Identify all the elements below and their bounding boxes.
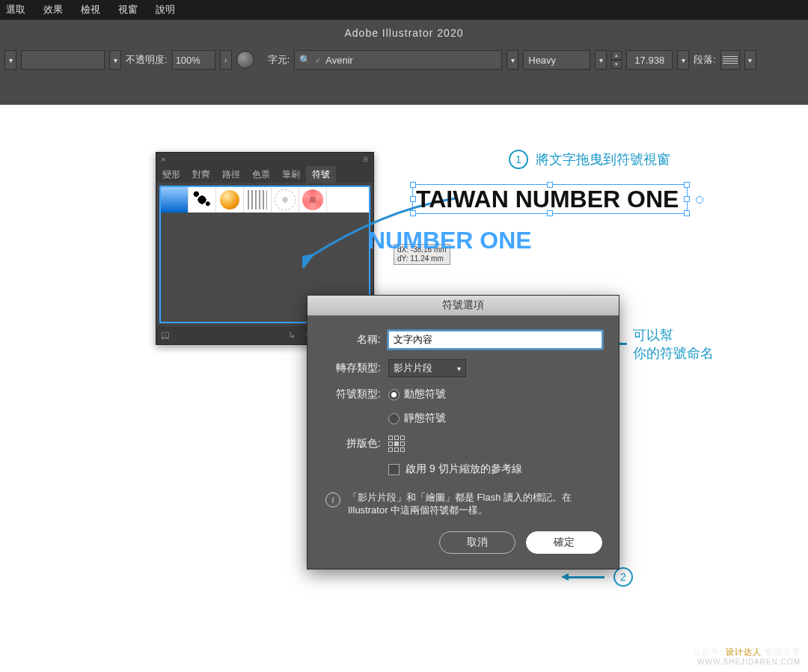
symbol-splat[interactable] (189, 187, 216, 213)
export-type-label: 轉存類型: (324, 361, 381, 375)
registration-point-picker[interactable] (388, 436, 405, 452)
font-size-field[interactable]: 17.938 (626, 50, 673, 70)
tab-brushes[interactable]: 筆刷 (276, 166, 306, 183)
selection-handle-nw[interactable] (410, 182, 416, 188)
font-weight-dropdown[interactable]: ▾ (595, 50, 607, 70)
name-label: 名稱: (324, 333, 381, 346)
selection-handle-sw[interactable] (410, 210, 416, 216)
annotation-naming: 可以幫 你的符號命名 (633, 326, 714, 362)
selection-handle-w[interactable] (410, 196, 416, 202)
symbols-row (161, 187, 369, 213)
paragraph-dropdown[interactable]: ▾ (744, 50, 756, 70)
radio-icon (388, 413, 400, 424)
selection-handle-se[interactable] (684, 210, 690, 216)
selection-handle-e[interactable] (684, 196, 690, 202)
menu-window[interactable]: 視窗 (118, 3, 138, 16)
selection-handle-ne[interactable] (684, 182, 690, 188)
symbol-flower[interactable] (299, 187, 327, 213)
watermark: 公众号: 设计达人 整理分享 WWW.SHEJIDAREN.COM (693, 647, 801, 668)
annotation-step2: 2 (613, 567, 633, 587)
panel-tabs: 變形 對齊 路徑 色票 筆刷 符號 (156, 166, 373, 183)
place-symbol-icon[interactable]: ↳ (288, 330, 296, 340)
arrow-line-2 (569, 576, 605, 578)
panel-close-icon[interactable]: × (161, 155, 165, 164)
align-justify-icon (721, 51, 739, 69)
control-bar: ▾ ▾ 不透明度: 100% › 字元: 🔍 ✓ Avenir ▾ Heavy … (0, 45, 808, 76)
menu-select[interactable]: 選取 (6, 3, 25, 16)
symbol-type-label: 符號類型: (324, 388, 381, 401)
step1-text: 將文字拖曳到符號視窗 (536, 150, 670, 168)
export-type-select[interactable]: 影片片段▾ (388, 359, 466, 377)
menu-effect[interactable]: 效果 (43, 3, 63, 16)
fill-swatch[interactable] (21, 50, 105, 70)
control-bar-spacer (0, 75, 808, 106)
arrow-to-ok (561, 573, 569, 581)
symbol-orb[interactable] (216, 187, 244, 213)
opacity-label: 不透明度: (126, 53, 168, 67)
step2-number-icon: 2 (613, 567, 633, 587)
annotation-step1: 1 將文字拖曳到符號視窗 (509, 150, 670, 169)
tab-symbols[interactable]: 符號 (306, 166, 336, 183)
fill-dropdown[interactable]: ▾ (109, 50, 121, 70)
symbol-name-input[interactable] (388, 331, 602, 349)
dialog-title: 符號選項 (307, 296, 619, 316)
menu-bar: 選取 效果 檢視 視窗 說明 (0, 0, 808, 19)
symbol-star[interactable] (272, 187, 299, 213)
tab-align[interactable]: 對齊 (186, 166, 216, 183)
info-icon: i (325, 492, 340, 507)
radio-static-symbol[interactable]: 靜態符號 (388, 412, 446, 425)
menu-help[interactable]: 說明 (156, 3, 175, 16)
checkbox-icon (388, 464, 400, 475)
panel-menu-icon[interactable]: ≡ (363, 154, 369, 165)
opacity-field[interactable]: 100% (172, 50, 215, 70)
font-size-dropdown[interactable]: ▾ (677, 50, 689, 70)
cancel-button[interactable]: 取消 (439, 531, 515, 554)
radio-dynamic-symbol[interactable]: 動態符號 (388, 388, 446, 401)
font-family-dropdown-icon: ✓ (315, 56, 321, 64)
radio-icon (388, 389, 400, 400)
font-size-stepper[interactable]: ▴▾ (611, 51, 622, 69)
selection-anchor-right[interactable] (696, 196, 703, 204)
app-title: Adobe Illustrator 2020 (345, 27, 464, 39)
opacity-dropdown[interactable]: › (220, 50, 232, 70)
tab-transform[interactable]: 變形 (156, 166, 186, 183)
ok-button[interactable]: 確定 (526, 531, 602, 554)
menu-view[interactable]: 檢視 (81, 3, 100, 16)
artboard-text[interactable]: TAIWAN NUMBER ONE (416, 186, 679, 213)
dragging-ghost-text: NUMBER ONE (368, 227, 532, 254)
symbol-gradient[interactable] (161, 187, 189, 213)
chevron-down-icon: ▾ (457, 364, 461, 373)
object-type-dropdown[interactable]: ▾ (4, 50, 16, 70)
tab-path[interactable]: 路徑 (216, 166, 246, 183)
character-label: 字元: (268, 53, 290, 67)
app-title-bar: Adobe Illustrator 2020 (0, 19, 808, 46)
recolor-artwork-icon[interactable] (236, 51, 254, 69)
info-note: i 「影片片段」和「繪圖」都是 Flash 讀入的標記。在 Illustrato… (324, 486, 602, 518)
step1-number-icon: 1 (509, 150, 528, 169)
symbol-lines[interactable] (244, 187, 272, 213)
tab-swatches[interactable]: 色票 (246, 166, 276, 183)
paragraph-label: 段落: (694, 53, 716, 67)
enable-9-slice-checkbox[interactable]: 啟用 9 切片縮放的參考線 (388, 462, 522, 476)
symbol-library-icon[interactable]: 🕮 (161, 330, 170, 340)
paragraph-align-button[interactable] (720, 50, 740, 70)
search-icon: 🔍 (299, 55, 310, 65)
font-family-dropdown[interactable]: ▾ (506, 50, 518, 70)
symbol-options-dialog: 符號選項 名稱: 轉存類型: 影片片段▾ 符號類型: 動態符號 靜態符號 (307, 295, 619, 569)
registration-label: 拼版色: (324, 437, 381, 450)
font-weight-field[interactable]: Heavy (523, 50, 590, 70)
font-family-field[interactable]: 🔍 ✓ Avenir (294, 50, 502, 70)
